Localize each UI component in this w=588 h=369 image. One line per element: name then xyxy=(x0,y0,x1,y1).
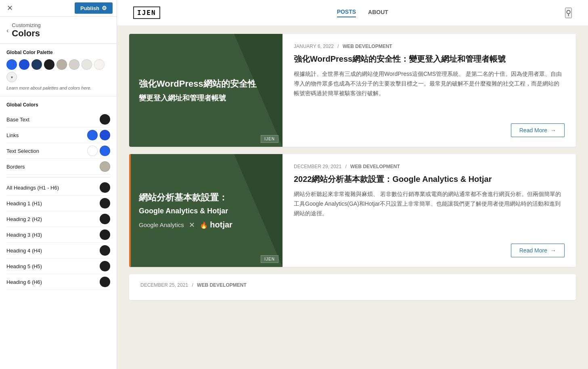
post-category-2: WEB DEVELOPMENT xyxy=(350,164,400,169)
heading-color-swatch[interactable] xyxy=(100,245,110,256)
panel-header: ‹ Customizing Colors xyxy=(0,17,117,44)
site-nav: POSTSABOUT xyxy=(337,8,388,17)
post-content-1: JANUARY 6, 2022 / WEB DEVELOPMENT 強化Word… xyxy=(282,34,576,147)
site-header: IJEN POSTSABOUT ⚲ xyxy=(117,0,588,26)
color-row-label: Borders xyxy=(6,164,25,170)
read-more-button-2[interactable]: Read More → xyxy=(511,244,565,257)
google-analytics-text: Google Analytics xyxy=(139,221,184,228)
search-icon: ⚲ xyxy=(566,9,571,17)
heading-color-swatch[interactable] xyxy=(100,229,110,240)
heading-row-label: Heading 5 (H5) xyxy=(6,263,42,269)
close-icon: ✕ xyxy=(7,4,13,13)
color-row-label: Base Text xyxy=(6,117,29,123)
top-bar: ✕ Publish ⚙ xyxy=(0,0,117,17)
search-button[interactable]: ⚲ xyxy=(565,8,572,18)
heading-color-swatch[interactable] xyxy=(100,277,110,287)
heading-row-heading-1--h1-: Heading 1 (H1) xyxy=(6,196,110,211)
right-panel[interactable]: IJEN POSTSABOUT ⚲ 強化WordPress網站的安全性 變更登入… xyxy=(117,0,588,369)
dark-blue-swatch[interactable] xyxy=(31,59,42,70)
post-meta-3: DECEMBER 25, 2021 / WEB DEVELOPMENT xyxy=(140,282,565,288)
back-button[interactable]: ‹ Customizing Colors xyxy=(6,22,110,39)
heading-row-label: Heading 1 (H1) xyxy=(6,200,42,206)
post-title-1: 強化WordPress網站的安全性：變更登入網址和管理者帳號 xyxy=(294,53,565,65)
nav-item-about[interactable]: ABOUT xyxy=(368,9,388,17)
heading-color-swatch[interactable] xyxy=(100,261,110,271)
heading-color-swatch[interactable] xyxy=(100,214,110,224)
blue-2-swatch[interactable] xyxy=(19,59,29,70)
post-image-2: 網站分析基本款設置： Google Analytics & Hotjar Goo… xyxy=(129,154,282,267)
links-color-1[interactable] xyxy=(87,130,98,140)
text-selection-color-2[interactable] xyxy=(100,146,110,156)
post-img-badge-2: IJEN xyxy=(261,255,278,263)
post-category-3: WEB DEVELOPMENT xyxy=(197,282,247,288)
palette-link[interactable]: Learn more about palettes and colors her… xyxy=(6,85,110,90)
post-date-2: DECEMBER 29, 2021 xyxy=(294,164,341,169)
off-white-swatch[interactable] xyxy=(82,59,92,70)
heading-row-heading-5--h5-: Heading 5 (H5) xyxy=(6,259,110,274)
publish-button[interactable]: Publish ⚙ xyxy=(75,2,113,14)
nav-item-posts[interactable]: POSTS xyxy=(337,8,356,17)
divider xyxy=(6,177,110,177)
expand-palette-button[interactable]: ▾ xyxy=(6,72,17,82)
left-panel: ✕ Publish ⚙ ‹ Customizing Colors Global … xyxy=(0,0,117,369)
post-card-2: 網站分析基本款設置： Google Analytics & Hotjar Goo… xyxy=(129,154,576,267)
post-date-3: DECEMBER 25, 2021 xyxy=(140,282,188,288)
near-white-swatch[interactable] xyxy=(94,59,105,70)
orange-bar xyxy=(129,154,131,267)
heading-row-label: Heading 4 (H4) xyxy=(6,248,42,254)
post-category-1: WEB DEVELOPMENT xyxy=(343,44,392,49)
color-row-label: Links xyxy=(6,132,19,138)
text-selection-color-1[interactable] xyxy=(87,146,98,156)
heading-row-label: All Headings (H1 - H6) xyxy=(6,185,59,191)
panel-title: Colors xyxy=(12,28,41,39)
heading-row-heading-6--h6-: Heading 6 (H6) xyxy=(6,274,110,290)
post-meta-1: JANUARY 6, 2022 / WEB DEVELOPMENT xyxy=(294,44,565,49)
heading-color-swatch[interactable] xyxy=(100,182,110,193)
global-colors-section: Global Colors Base TextLinksText Selecti… xyxy=(0,96,117,293)
color-row-base-text: Base Text xyxy=(6,112,110,127)
links-color-2[interactable] xyxy=(100,130,110,140)
close-button[interactable]: ✕ xyxy=(4,2,15,14)
post-image-1: 強化WordPress網站的安全性 變更登入網址和管理者帳號 IJEN xyxy=(129,34,282,147)
heading-row-heading-2--h2-: Heading 2 (H2) xyxy=(6,211,110,227)
read-more-button-1[interactable]: Read More → xyxy=(511,123,565,137)
arrow-right-icon-1: → xyxy=(550,127,556,133)
post-title-2: 2022網站分析基本款設置：Google Analytics & Hotjar xyxy=(294,173,565,185)
post-date-1: JANUARY 6, 2022 xyxy=(294,44,334,49)
color-row-links: Links xyxy=(6,127,110,143)
post-content-2: DECEMBER 29, 2021 / WEB DEVELOPMENT 2022… xyxy=(282,154,576,267)
blue-1-swatch[interactable] xyxy=(6,59,17,70)
light-tan-swatch[interactable] xyxy=(69,59,80,70)
hotjar-flame-icon: 🔥 xyxy=(200,222,208,229)
cross-icon: ✕ xyxy=(189,221,195,229)
read-more-label-2: Read More xyxy=(519,247,547,254)
post-meta-2: DECEMBER 29, 2021 / WEB DEVELOPMENT xyxy=(294,164,565,169)
hotjar-text: 🔥 hotjar xyxy=(200,220,232,229)
heading-row-heading-3--h3-: Heading 3 (H3) xyxy=(6,227,110,243)
post-img-badge-1: IJEN xyxy=(261,135,278,143)
gear-icon: ⚙ xyxy=(102,5,107,11)
global-color-palette-section: Global Color Palette ▾ Learn more about … xyxy=(0,44,117,96)
heading-row-label: Heading 2 (H2) xyxy=(6,216,42,222)
global-colors-label: Global Colors xyxy=(6,102,110,108)
post-excerpt-1: 根據統計、全世界有三成的網站使用WordPress這個CMS管理系統、 是第二名… xyxy=(294,69,565,117)
global-color-palette-label: Global Color Palette xyxy=(6,50,110,55)
color-row-label: Text Selection xyxy=(6,148,39,154)
heading-color-swatch[interactable] xyxy=(100,198,110,208)
borders-color[interactable] xyxy=(100,161,110,172)
post-card-1: 強化WordPress網站的安全性 變更登入網址和管理者帳號 IJEN JANU… xyxy=(129,34,576,147)
heading-row-label: Heading 6 (H6) xyxy=(6,279,42,285)
near-black-swatch[interactable] xyxy=(44,59,54,70)
color-palette: ▾ xyxy=(6,59,110,82)
panel-subtitle: Customizing xyxy=(12,22,41,28)
tan-swatch[interactable] xyxy=(56,59,67,70)
color-row-borders: Borders xyxy=(6,159,110,175)
arrow-left-icon: ‹ xyxy=(6,27,8,34)
heading-row-heading-4--h4-: Heading 4 (H4) xyxy=(6,243,110,259)
base-text-color[interactable] xyxy=(100,114,110,125)
post-card-3: DECEMBER 25, 2021 / WEB DEVELOPMENT xyxy=(129,274,576,300)
site-logo: IJEN xyxy=(133,6,160,19)
heading-row-label: Heading 3 (H3) xyxy=(6,232,42,238)
publish-label: Publish xyxy=(80,5,99,11)
read-more-label-1: Read More xyxy=(519,127,547,133)
